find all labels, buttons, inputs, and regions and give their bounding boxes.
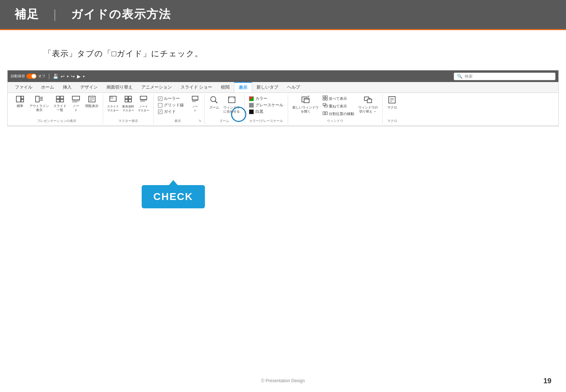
ruler-checkbox[interactable] <box>158 97 162 101</box>
arrange-all-label: 並べて表示 <box>329 96 347 101</box>
btn-handout-master[interactable]: 配布資料 マスター <box>121 95 135 113</box>
move-split-icon <box>323 111 328 117</box>
color-items: カラー グレースケール 白黒 <box>247 95 285 115</box>
present-icon[interactable]: ▶ <box>77 74 81 79</box>
group-macro: マクロ マクロ <box>383 94 401 124</box>
toggle-knob <box>32 74 36 78</box>
tab-transition[interactable]: 画面切り替え <box>102 82 137 93</box>
btn-fit-window[interactable]: ウィンドウ に合わせる <box>222 95 241 114</box>
btn-new-window[interactable]: 新しいウィンドウ を開く <box>291 95 320 114</box>
tab-home[interactable]: ホーム <box>37 82 58 93</box>
group-label-presentation: プレゼンテーションの表示 <box>13 117 100 123</box>
btn-notes-master[interactable]: ノート マスター <box>137 95 150 113</box>
svg-rect-11 <box>72 96 80 100</box>
footer-copyright: © Presentation Design <box>261 378 305 383</box>
presentation-view-buttons: 標準 アウトライン 表示 スライド 一覧 <box>13 95 100 117</box>
group-show: ルーラー グリッド線 ガイド ノー ト <box>154 94 205 124</box>
undo-icon[interactable]: ↩ <box>61 74 65 79</box>
color-item-bw[interactable]: 白黒 <box>249 109 283 114</box>
notes2-icon <box>192 96 198 104</box>
tab-design[interactable]: デザイン <box>76 82 102 93</box>
switch-windows-icon <box>364 96 372 105</box>
svg-rect-47 <box>326 112 327 115</box>
show-ruler[interactable]: ルーラー <box>158 96 184 101</box>
move-split-label: 分割位置の移動 <box>329 111 354 117</box>
btn-notes2[interactable]: ノー ト <box>189 95 201 113</box>
autosave-switch[interactable] <box>27 74 37 79</box>
qa-separator-1: | <box>48 73 50 79</box>
zoom-group-content: ズーム ウィンドウ に合わせる <box>207 95 241 117</box>
redo-icon[interactable]: ↪ <box>71 74 75 79</box>
ribbon-tab-bar: ファイル ホーム 挿入 デザイン 画面切り替え アニメーション スライド ショー… <box>8 82 558 93</box>
show-dialog-launcher[interactable]: ↘ <box>198 119 201 122</box>
btn-cascade[interactable]: 重ねて表示 <box>322 103 355 110</box>
svg-rect-40 <box>323 96 325 98</box>
tab-review[interactable]: 校閲 <box>217 82 234 93</box>
switch-windows-label: ウィンドウの 切り替え ～ <box>358 106 378 114</box>
accent-bar <box>0 29 566 30</box>
group-label-master: マスター表示 <box>106 117 150 123</box>
page-header: 補足 ｜ ガイドの表示方法 <box>0 0 566 29</box>
btn-move-split[interactable]: 分割位置の移動 <box>322 110 355 117</box>
btn-standard[interactable]: 標準 <box>13 95 27 109</box>
ruler-label: ルーラー <box>164 96 180 101</box>
autosave-label: 自動保存 <box>11 74 25 79</box>
tab-help[interactable]: ヘルプ <box>283 82 304 93</box>
svg-rect-41 <box>326 96 327 98</box>
standard-label: 標準 <box>17 104 23 108</box>
handout-master-label: 配布資料 マスター <box>122 105 134 113</box>
tab-view[interactable]: 表示 <box>234 82 252 93</box>
btn-macro[interactable]: マクロ <box>385 95 399 110</box>
notes-master-icon <box>140 96 147 104</box>
svg-rect-49 <box>367 99 372 103</box>
show-checkboxes: ルーラー グリッド線 ガイド <box>157 95 185 115</box>
gridlines-checkbox[interactable] <box>158 103 162 107</box>
master-view-buttons: スライド マスター 配布資料 マスター ノート マスター <box>106 95 150 117</box>
svg-rect-24 <box>140 96 147 99</box>
btn-arrange-all[interactable]: 並べて表示 <box>322 95 355 102</box>
tab-file[interactable]: ファイル <box>11 82 37 93</box>
arrange-all-icon <box>323 95 328 102</box>
notes-master-label: ノート マスター <box>138 105 149 113</box>
grayscale-label: グレースケール <box>255 102 283 108</box>
reading-icon <box>88 96 96 103</box>
show-gridlines[interactable]: グリッド線 <box>158 102 184 108</box>
slide-master-label: スライド マスター <box>107 105 119 113</box>
color-item-grayscale[interactable]: グレースケール <box>249 102 283 108</box>
tab-insert[interactable]: 挿入 <box>58 82 76 93</box>
search-box[interactable]: 🔍 検索 <box>454 73 555 80</box>
btn-slide-master[interactable]: スライド マスター <box>106 95 120 113</box>
cascade-label: 重ねて表示 <box>329 104 347 109</box>
btn-outline[interactable]: アウトライン 表示 <box>28 95 50 113</box>
header-title: 補足 ｜ ガイドの表示方法 <box>15 7 171 23</box>
tab-animation[interactable]: アニメーション <box>137 82 176 93</box>
slide-master-icon <box>109 96 117 104</box>
guides-checkbox[interactable] <box>158 110 162 114</box>
description-text: 「表示」タブの「□ガイド」にチェック。 <box>44 48 566 59</box>
show-guides[interactable]: ガイド <box>158 109 184 114</box>
btn-slide-sorter[interactable]: スライド 一覧 <box>52 95 68 113</box>
svg-rect-10 <box>60 99 64 102</box>
btn-reading[interactable]: 閲覧表示 <box>84 95 100 109</box>
autosave-toggle[interactable]: 自動保存 オフ <box>11 74 45 79</box>
group-presentation-view: 標準 アウトライン 表示 スライド 一覧 <box>11 94 103 124</box>
header-subtitle: ガイドの表示方法 <box>71 8 171 21</box>
svg-rect-36 <box>304 98 309 103</box>
color-swatch-bw <box>249 109 254 114</box>
show-group-content: ルーラー グリッド線 ガイド ノー ト <box>157 95 201 117</box>
tab-slideshow[interactable]: スライド ショー <box>176 82 217 93</box>
color-item-color[interactable]: カラー <box>249 96 283 101</box>
tab-new[interactable]: 新しいタブ <box>252 82 283 93</box>
macro-group-content: マクロ <box>385 95 399 117</box>
macro-icon <box>388 96 396 105</box>
save-icon[interactable]: 💾 <box>53 74 58 79</box>
color-swatch-color <box>249 96 254 101</box>
zoom-icon <box>210 96 218 105</box>
btn-switch-windows[interactable]: ウィンドウの 切り替え ～ <box>357 95 379 114</box>
qa-more[interactable]: ▾ <box>83 74 85 78</box>
svg-rect-20 <box>125 96 128 99</box>
btn-notes[interactable]: ノー ト <box>69 95 82 113</box>
window-sub-buttons: 並べて表示 重ねて表示 分割位置の移動 <box>322 95 355 117</box>
undo-dropdown[interactable]: ▾ <box>67 74 69 78</box>
btn-zoom[interactable]: ズーム <box>207 95 221 110</box>
